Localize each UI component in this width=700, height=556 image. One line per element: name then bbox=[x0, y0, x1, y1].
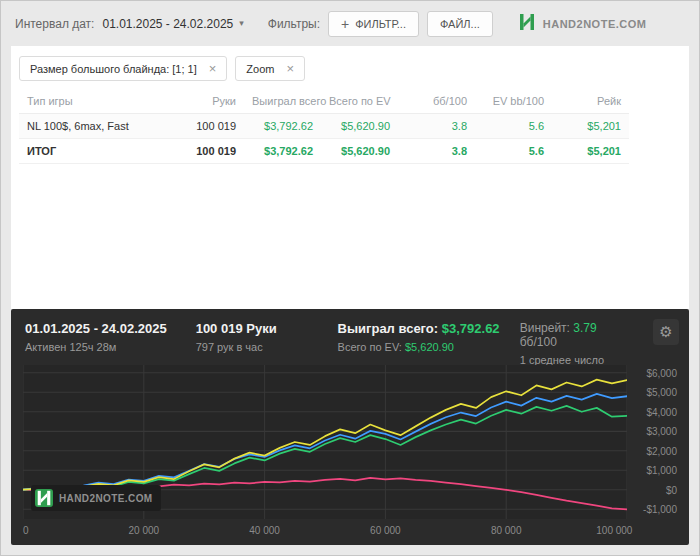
hand2note-logo-text: HAND2NOTE.COM bbox=[543, 18, 647, 30]
x-axis-label: 80 000 bbox=[491, 525, 522, 536]
cell-bb100: 3.8 bbox=[398, 139, 475, 164]
cell-hands: 100 019 bbox=[167, 139, 244, 164]
hand2note-window: Интервал дат: 01.01.2025 - 24.02.2025 ▾ … bbox=[0, 0, 700, 556]
panel-hands-count: 100 019 Руки bbox=[196, 321, 338, 336]
file-button[interactable]: ФАЙЛ... bbox=[427, 11, 493, 37]
cell-rake: $5,201 bbox=[552, 114, 629, 139]
chevron-down-icon: ▾ bbox=[239, 19, 244, 28]
panel-winrate-units: бб/100 bbox=[520, 335, 557, 349]
y-axis-label: $2,000 bbox=[631, 445, 677, 456]
toolbar: Интервал дат: 01.01.2025 - 24.02.2025 ▾ … bbox=[1, 1, 699, 46]
panel-winrate-label: Винрейт: bbox=[520, 321, 570, 335]
table-row-total[interactable]: ИТОГ 100 019 $3,792.62 $5,620.90 3.8 5.6… bbox=[19, 139, 629, 164]
column-header-game-type: Тип игры bbox=[19, 89, 167, 114]
chart-watermark-text: HAND2NOTE.COM bbox=[59, 493, 153, 504]
cell-won: $3,792.62 bbox=[244, 139, 321, 164]
close-icon[interactable]: × bbox=[209, 62, 217, 75]
column-header-evbb100: EV bb/100 bbox=[475, 89, 552, 114]
chart-watermark-logo: HAND2NOTE.COM bbox=[31, 485, 161, 511]
panel-won-value: $3,792.62 bbox=[442, 321, 500, 336]
panel-won-label: Выиграл всего: bbox=[338, 321, 439, 336]
cell-bb100: 3.8 bbox=[398, 114, 475, 139]
panel-ev-label: Всего по EV: bbox=[338, 341, 402, 353]
column-header-won: Выиграл всего bbox=[244, 89, 321, 114]
filter-chip-zoom-label: Zoom bbox=[246, 63, 274, 75]
x-axis-label: 40 000 bbox=[249, 525, 280, 536]
cell-ev: $5,620.90 bbox=[321, 139, 398, 164]
filters-label: Фильтры: bbox=[268, 17, 320, 31]
y-axis-label: $6,000 bbox=[631, 367, 677, 378]
column-header-hands: Руки bbox=[167, 89, 244, 114]
date-range-selector[interactable]: 01.01.2025 - 24.02.2025 ▾ bbox=[102, 17, 243, 31]
cell-evbb100: 5.6 bbox=[475, 139, 552, 164]
cell-evbb100: 5.6 bbox=[475, 114, 552, 139]
column-header-rake: Рейк bbox=[552, 89, 629, 114]
y-axis-label: $0 bbox=[631, 484, 677, 495]
date-range-value: 01.01.2025 - 24.02.2025 bbox=[102, 17, 233, 31]
chart-plot-area: HAND2NOTE.COM bbox=[23, 365, 627, 519]
hand2note-logo-icon bbox=[517, 12, 537, 36]
file-button-label: ФАЙЛ... bbox=[440, 18, 480, 30]
filter-chip-big-blind-label: Размер большого блайнда: [1; 1] bbox=[30, 63, 197, 75]
close-icon[interactable]: × bbox=[286, 62, 294, 75]
chart-y-axis: $6,000$5,000$4,000$3,000$2,000$1,000$0-$… bbox=[631, 365, 677, 519]
cell-rake: $5,201 bbox=[552, 139, 629, 164]
gear-icon[interactable]: ⚙ bbox=[653, 319, 679, 345]
y-axis-label: $3,000 bbox=[631, 426, 677, 437]
x-axis-label: 60 000 bbox=[370, 525, 401, 536]
panel-hands-per-hour: 797 рук в час bbox=[196, 341, 338, 353]
cell-hands: 100 019 bbox=[167, 114, 244, 139]
hand2note-logo-icon bbox=[35, 489, 53, 507]
cell-game-type: NL 100$, 6max, Fast bbox=[19, 114, 167, 139]
cell-game-type: ИТОГ bbox=[19, 139, 167, 164]
x-axis-label: 20 000 bbox=[129, 525, 160, 536]
y-axis-label: $1,000 bbox=[631, 465, 677, 476]
hand2note-logo: HAND2NOTE.COM bbox=[517, 12, 647, 36]
add-filter-button[interactable]: + ФИЛЬТР... bbox=[328, 11, 419, 37]
active-filters: Размер большого блайнда: [1; 1] × Zoom × bbox=[11, 46, 689, 89]
panel-active-time: Активен 125ч 28м bbox=[25, 341, 196, 353]
y-axis-label: -$1,000 bbox=[631, 504, 677, 515]
column-header-ev: Всего по EV bbox=[321, 89, 398, 114]
plus-icon: + bbox=[341, 17, 349, 31]
cell-won: $3,792.62 bbox=[244, 114, 321, 139]
results-table: Тип игры Руки Выиграл всего Всего по EV … bbox=[19, 89, 629, 164]
table-row[interactable]: NL 100$, 6max, Fast 100 019 $3,792.62 $5… bbox=[19, 114, 629, 139]
chart-x-axis: 020 00040 00060 00080 000100 000 bbox=[23, 525, 627, 539]
cell-ev: $5,620.90 bbox=[321, 114, 398, 139]
chart-panel: 01.01.2025 - 24.02.2025 Активен 125ч 28м… bbox=[11, 309, 689, 545]
date-interval-label: Интервал дат: bbox=[15, 17, 94, 31]
y-axis-label: $5,000 bbox=[631, 387, 677, 398]
filter-chip-zoom[interactable]: Zoom × bbox=[235, 56, 305, 81]
results-card: Размер большого блайнда: [1; 1] × Zoom ×… bbox=[11, 46, 689, 309]
y-axis-label: $4,000 bbox=[631, 406, 677, 417]
add-filter-button-label: ФИЛЬТР... bbox=[355, 18, 406, 30]
x-axis-label: 0 bbox=[23, 525, 29, 536]
panel-date-range: 01.01.2025 - 24.02.2025 bbox=[25, 321, 196, 336]
table-header-row: Тип игры Руки Выиграл всего Всего по EV … bbox=[19, 89, 629, 114]
column-header-bb100: бб/100 bbox=[398, 89, 475, 114]
panel-winrate-value: 3.79 bbox=[573, 321, 596, 335]
panel-ev-value: $5,620.90 bbox=[405, 341, 454, 353]
filter-chip-big-blind[interactable]: Размер большого блайнда: [1; 1] × bbox=[19, 56, 227, 81]
x-axis-label: 100 000 bbox=[596, 525, 632, 536]
